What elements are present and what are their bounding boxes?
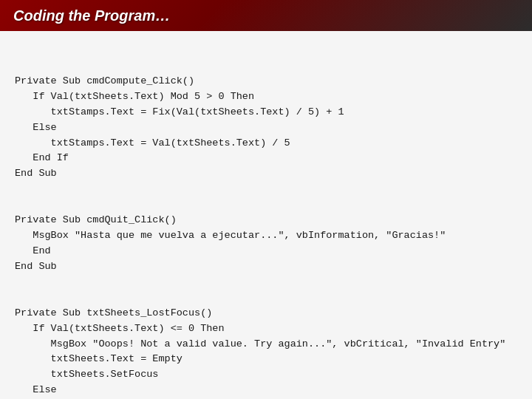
code-block: Private Sub cmdCompute_Click() If Val(tx… — [15, 43, 517, 399]
code-line: MsgBox "Ooops! Not a valid value. Try ag… — [15, 337, 517, 352]
slide-title: Coding the Program… — [13, 7, 170, 24]
code-line: Private Sub txtSheets_LostFocus() — [15, 306, 517, 321]
code-line: If Val(txtSheets.Text) Mod 5 > 0 Then — [15, 89, 517, 105]
code-line: txtStamps.Text = Fix(Val(txtSheets.Text)… — [15, 105, 517, 120]
code-line: txtSheets.SetFocus — [15, 367, 517, 383]
code-line: Private Sub cmdCompute_Click() — [15, 74, 517, 89]
slide-header: Coding the Program… — [0, 0, 532, 31]
slide-content: Private Sub cmdCompute_Click() If Val(tx… — [0, 31, 532, 399]
code-line: If Val(txtSheets.Text) <= 0 Then — [15, 321, 517, 337]
code-line: End Sub — [15, 166, 517, 182]
code-line: End Sub — [15, 259, 517, 275]
code-line: MsgBox "Hasta que me vuelva a ejecutar..… — [15, 228, 517, 244]
code-line: End — [15, 244, 517, 259]
code-line — [15, 275, 517, 290]
code-line: txtStamps.Text = Val(txtSheets.Text) / 5 — [15, 136, 517, 151]
code-line — [15, 290, 517, 306]
code-line: Else — [15, 383, 517, 398]
code-line — [15, 182, 517, 197]
code-line: Private Sub cmdQuit_Click() — [15, 213, 517, 228]
slide-container: Coding the Program… Private Sub cmdCompu… — [0, 0, 532, 399]
code-line — [15, 197, 517, 213]
code-line: txtSheets.Text = Empty — [15, 352, 517, 367]
code-line: Else — [15, 120, 517, 136]
code-line: End If — [15, 151, 517, 166]
